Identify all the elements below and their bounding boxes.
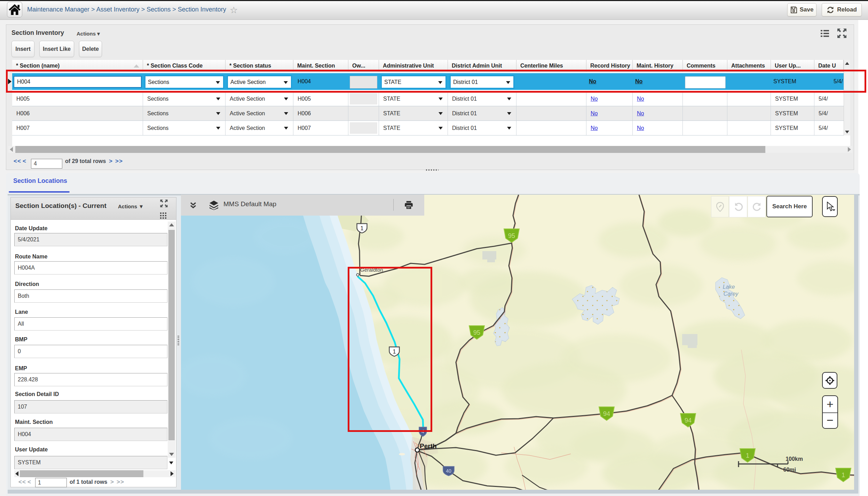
- svg-text:1: 1: [842, 472, 845, 479]
- svg-text:100km: 100km: [786, 456, 803, 462]
- svg-text:1: 1: [746, 452, 749, 459]
- svg-text:95: 95: [473, 329, 480, 336]
- svg-text:40: 40: [446, 468, 451, 474]
- svg-text:94: 94: [685, 417, 692, 424]
- svg-text:94: 94: [603, 410, 610, 417]
- svg-text:Perth: Perth: [420, 442, 437, 450]
- svg-text:1: 1: [361, 225, 364, 231]
- svg-text:Lake: Lake: [723, 284, 735, 290]
- svg-text:Carey: Carey: [724, 291, 739, 297]
- svg-text:1: 1: [393, 349, 396, 355]
- svg-text:60mi: 60mi: [783, 467, 796, 473]
- svg-text:95: 95: [508, 232, 515, 239]
